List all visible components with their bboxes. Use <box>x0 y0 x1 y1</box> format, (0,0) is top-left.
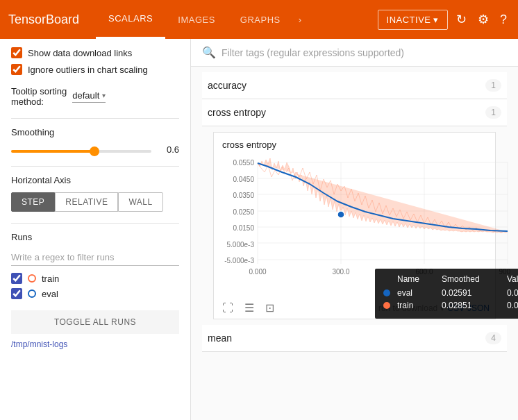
runs-filter-input[interactable] <box>11 249 179 266</box>
tooltip-train-value: 0.03362 <box>507 301 518 310</box>
run-eval-label: eval <box>42 289 58 299</box>
axis-relative-button[interactable]: RELATIVE <box>55 192 118 212</box>
tooltip-select-value: default <box>72 90 99 101</box>
run-train-checkbox[interactable] <box>11 273 22 284</box>
tooltip-eval-name: eval <box>397 288 439 298</box>
tag-mean[interactable]: mean 4 <box>202 325 507 352</box>
show-data-checkbox[interactable] <box>11 47 22 58</box>
tooltip-row-eval: eval 0.02591 0.02550 170.0 Mon Sep 12, 1… <box>383 288 518 298</box>
tooltip-method-label: Tooltip sortingmethod: <box>11 86 67 107</box>
search-bar: 🔍 <box>191 39 518 67</box>
ignore-outliers-checkbox[interactable] <box>11 64 22 75</box>
chart-tooltip: Name Smoothed Value Step Time Relative e… <box>375 269 518 319</box>
tooltip-eval-smoothed: 0.02591 <box>442 288 504 298</box>
show-data-row: Show data download links <box>11 47 179 58</box>
run-train-label: train <box>42 274 59 284</box>
tag-accuracy[interactable]: accuracy 1 <box>202 72 507 99</box>
horiz-axis-section: Horizontal Axis STEP RELATIVE WALL <box>11 175 179 212</box>
svg-text:0.000: 0.000 <box>249 268 266 276</box>
main-nav: SCALARS IMAGES GRAPHS › <box>96 0 377 39</box>
tag-filter-input[interactable] <box>222 47 507 58</box>
axis-buttons: STEP RELATIVE WALL <box>11 192 179 212</box>
axis-step-button[interactable]: STEP <box>11 192 55 212</box>
sidebar: Show data download links Ignore outliers… <box>0 39 191 420</box>
tooltip-dropdown-arrow: ▾ <box>102 92 106 99</box>
settings-button[interactable]: ⚙ <box>475 9 492 30</box>
divider-2 <box>11 166 179 167</box>
tags-list: accuracy 1 cross entropy 1 cross entropy… <box>191 67 518 358</box>
tooltip-col-value: Value <box>507 274 518 284</box>
app-logo: TensorBoard <box>8 12 79 27</box>
svg-text:0.0550: 0.0550 <box>233 159 254 167</box>
main-layout: Show data download links Ignore outliers… <box>0 39 518 420</box>
fit-button[interactable]: ⊡ <box>262 300 277 316</box>
svg-text:300.0: 300.0 <box>332 268 349 276</box>
smoothing-row: 0.6 <box>11 144 179 155</box>
eval-marker <box>337 211 344 218</box>
tooltip-row-train: train 0.02851 0.03362 166.0 Mon Sep 12, … <box>383 301 518 310</box>
nav-more-chevron[interactable]: › <box>293 0 307 39</box>
tooltip-train-smoothed: 0.02851 <box>442 301 504 310</box>
tag-accuracy-name: accuracy <box>208 80 247 91</box>
smoothing-value: 0.6 <box>157 144 179 155</box>
header-right: INACTIVE ▾ ↻ ⚙ ? <box>378 9 510 30</box>
options-section: Show data download links Ignore outliers… <box>11 47 179 75</box>
svg-text:-5.000e-3: -5.000e-3 <box>224 257 254 264</box>
show-data-label: Show data download links <box>28 48 132 58</box>
expand-button[interactable]: ⛶ <box>219 301 236 316</box>
svg-text:0.0250: 0.0250 <box>233 208 254 216</box>
ignore-outliers-label: Ignore outliers in chart scaling <box>28 65 148 75</box>
tag-cross-entropy-name: cross entropy <box>208 107 266 118</box>
chart-title: cross entropy <box>214 133 495 153</box>
tooltip-eval-value: 0.02550 <box>507 288 518 298</box>
nav-graphs[interactable]: GRAPHS <box>228 0 293 39</box>
tag-mean-name: mean <box>208 333 232 344</box>
horiz-axis-title: Horizontal Axis <box>11 175 179 185</box>
smoothing-title: Smoothing <box>11 127 179 137</box>
svg-text:0.0450: 0.0450 <box>233 176 254 183</box>
run-item-eval: eval <box>11 288 179 299</box>
eval-dot <box>383 289 390 296</box>
svg-text:5.000e-3: 5.000e-3 <box>227 241 255 249</box>
train-dot <box>383 302 390 309</box>
svg-text:0.0350: 0.0350 <box>233 192 254 199</box>
smoothing-slider[interactable] <box>11 150 151 153</box>
runs-section: Runs train eval <box>11 232 179 299</box>
refresh-button[interactable]: ↻ <box>453 9 469 30</box>
axis-wall-button[interactable]: WALL <box>118 192 162 212</box>
nav-scalars[interactable]: SCALARS <box>96 0 165 39</box>
run-train-dot <box>28 274 36 283</box>
divider-3 <box>11 223 179 224</box>
help-button[interactable]: ? <box>497 10 510 30</box>
tooltip-col-name: Name <box>397 274 439 284</box>
tooltip-header: Name Smoothed Value Step Time Relative <box>383 274 518 284</box>
data-view-button[interactable]: ☰ <box>242 300 257 316</box>
inactive-button[interactable]: INACTIVE ▾ <box>378 10 448 30</box>
tag-mean-count: 4 <box>485 332 501 344</box>
divider-1 <box>11 118 179 119</box>
run-eval-dot <box>28 289 36 298</box>
tooltip-select[interactable]: default ▾ <box>72 90 106 103</box>
tooltip-col-smoothed: Smoothed <box>442 274 504 284</box>
tag-accuracy-count: 1 <box>485 79 501 92</box>
app-header: TensorBoard SCALARS IMAGES GRAPHS › INAC… <box>0 0 518 39</box>
cross-entropy-chart-card: cross entropy 0.0550 0.0450 0.0350 0.025… <box>213 132 496 319</box>
path-label[interactable]: /tmp/mnist-logs <box>11 339 179 349</box>
tooltip-train-name: train <box>397 301 439 310</box>
run-eval-checkbox[interactable] <box>11 288 22 299</box>
smoothing-slider-container <box>11 144 151 155</box>
run-item-train: train <box>11 273 179 284</box>
toggle-all-runs-button[interactable]: TOGGLE ALL RUNS <box>11 310 179 334</box>
runs-title: Runs <box>11 232 179 242</box>
ignore-outliers-row: Ignore outliers in chart scaling <box>11 64 179 75</box>
content-area: 🔍 accuracy 1 cross entropy 1 cross entro… <box>191 39 518 420</box>
tag-cross-entropy-count: 1 <box>485 106 501 119</box>
search-icon: 🔍 <box>202 46 216 59</box>
nav-images[interactable]: IMAGES <box>165 0 228 39</box>
svg-text:0.0150: 0.0150 <box>233 224 254 232</box>
tag-cross-entropy[interactable]: cross entropy 1 <box>202 99 507 126</box>
tooltip-section: Tooltip sortingmethod: default ▾ <box>11 86 179 107</box>
